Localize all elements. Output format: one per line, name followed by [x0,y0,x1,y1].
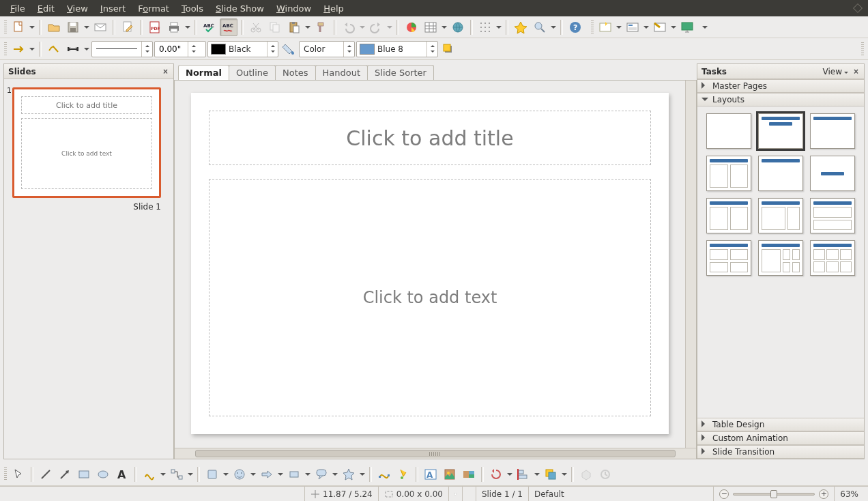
slideshow-button[interactable] [678,18,696,36]
text-tool[interactable]: A [113,466,131,483]
connector-dropdown[interactable] [187,470,194,478]
tab-sorter[interactable]: Slide Sorter [367,65,434,80]
layout-two-content[interactable] [706,156,751,191]
toolbar-handle-2-icon[interactable] [591,20,594,33]
zoom-in-button[interactable]: + [819,489,828,499]
print-dropdown[interactable] [184,23,191,31]
symbol-shapes-dropdown[interactable] [250,470,257,478]
line-style-button[interactable] [45,40,63,58]
layout-two-content-header[interactable] [706,198,751,233]
arrange-dropdown[interactable] [561,470,568,478]
fontwork-tool[interactable]: A [422,466,439,483]
zoom-button[interactable] [531,18,549,36]
layout-centered-text[interactable] [810,156,855,191]
vertical-scrollbar[interactable] [685,81,696,448]
zoom-out-button[interactable]: − [719,489,729,499]
slide-design-button[interactable] [624,18,641,36]
fill-color-combo[interactable]: Blue 8 [356,41,438,57]
layout-content-over[interactable] [810,198,855,233]
zoom-percent[interactable]: 63% [834,487,864,501]
tab-normal[interactable]: Normal [178,65,229,80]
extrusion-tool[interactable] [577,466,595,483]
arrange-tool[interactable] [542,466,560,483]
table-dropdown[interactable] [441,23,448,31]
slide-canvas[interactable]: Click to add title Click to add text [191,93,669,434]
menu-file[interactable]: File [4,1,31,16]
tab-handout[interactable]: Handout [315,65,368,80]
paste-button[interactable] [285,18,303,36]
section-table-design[interactable]: Table Design [697,418,864,431]
grid-button[interactable] [476,18,494,36]
menu-help[interactable]: Help [317,1,350,16]
layout-four-content[interactable] [706,240,751,276]
callouts-tool[interactable] [313,466,330,483]
spellcheck-button[interactable]: ABC [201,18,218,36]
layout-title-content[interactable] [758,113,803,149]
toolbar-overflow[interactable] [701,23,708,31]
flowchart-dropdown[interactable] [304,470,311,478]
horizontal-scrollbar[interactable] [175,448,696,459]
section-custom-animation[interactable]: Custom Animation [697,431,864,445]
area-fill-button[interactable] [280,40,298,58]
tab-outline[interactable]: Outline [229,65,276,80]
slide-button[interactable] [596,18,614,36]
tasks-panel-close-icon[interactable]: × [852,67,860,76]
ellipse-tool[interactable] [94,466,112,483]
cut-button[interactable] [247,18,265,36]
layout-content-right[interactable] [758,198,803,233]
layout-content-only[interactable] [758,156,803,191]
line-arrow-tool[interactable] [56,466,74,483]
section-layouts[interactable]: Layouts [697,93,864,106]
gluepoints-tool[interactable] [394,466,412,483]
curve-tool[interactable] [141,466,158,483]
rectangle-tool[interactable] [75,466,93,483]
line-width-input[interactable] [155,44,188,54]
callouts-dropdown[interactable] [332,470,338,478]
line-tool[interactable] [37,466,55,483]
menu-edit[interactable]: Edit [31,1,61,16]
auto-spellcheck-button[interactable]: ABC [220,18,237,36]
line-width-combo[interactable] [154,41,206,57]
tasks-view-menu[interactable]: View [823,67,848,76]
rotate-tool[interactable] [487,466,505,483]
save-button[interactable] [64,18,82,36]
export-pdf-button[interactable]: PDF [146,18,164,36]
undo-dropdown[interactable] [359,23,366,31]
menu-insert[interactable]: Insert [94,1,132,16]
arrow-style-dropdown[interactable] [29,45,35,53]
toolbar2-handle-icon[interactable] [4,42,7,55]
gallery-tool[interactable] [460,466,478,483]
menu-view[interactable]: View [61,1,94,16]
arrow-style-button[interactable] [10,40,27,58]
zoom-dropdown[interactable] [550,23,557,31]
align-tool[interactable] [515,466,532,483]
slide-design-dropdown[interactable] [643,23,650,31]
save-dropdown[interactable] [83,23,90,31]
status-page-style[interactable]: Default [528,487,570,501]
open-button[interactable] [45,18,63,36]
layout-blank[interactable] [706,113,751,149]
layout-title-only[interactable] [810,113,855,149]
navigator-button[interactable] [512,18,530,36]
undo-button[interactable] [340,18,358,36]
menu-window[interactable]: Window [270,1,317,16]
new-dropdown[interactable] [29,23,35,31]
redo-dropdown[interactable] [386,23,393,31]
hyperlink-button[interactable] [449,18,467,36]
chart-button[interactable] [403,18,420,36]
toolbar2-end-handle[interactable] [861,42,864,55]
slides-list[interactable]: 1 Click to add title Click to add text S… [4,79,173,459]
select-tool[interactable] [10,466,27,483]
stars-tool[interactable] [340,466,358,483]
new-button[interactable] [10,18,27,36]
layout-six-content[interactable] [810,240,855,276]
help-button[interactable]: ? [566,18,584,36]
block-arrows-tool[interactable] [258,466,276,483]
basic-shapes-tool[interactable] [203,466,221,483]
table-button[interactable] [422,18,439,36]
toolbar-handle-icon[interactable] [4,20,7,33]
interaction-tool[interactable] [596,466,614,483]
print-button[interactable] [165,18,183,36]
fill-type-combo[interactable]: Color [299,41,355,57]
menu-slideshow[interactable]: Slide Show [209,1,270,16]
